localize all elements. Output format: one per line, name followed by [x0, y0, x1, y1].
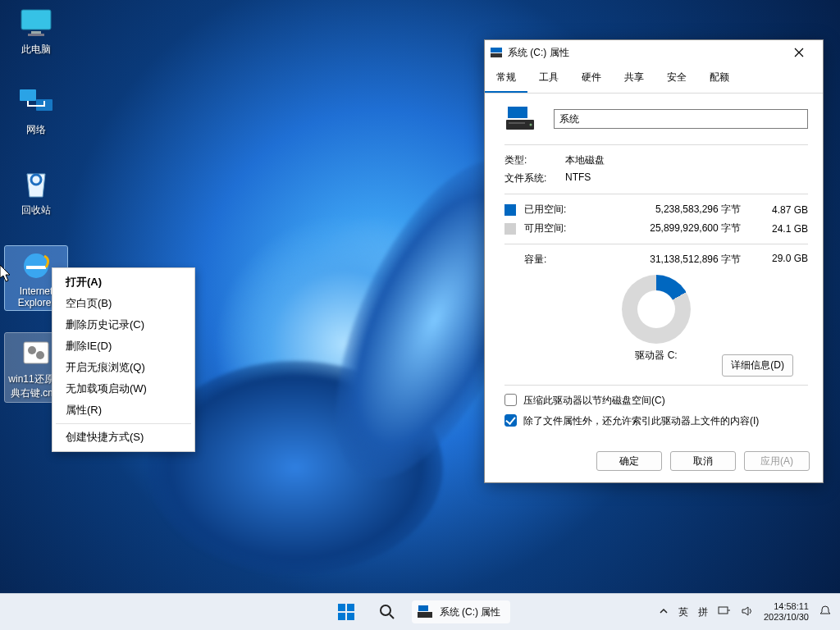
apply-button[interactable]: 应用(A): [744, 451, 810, 471]
svg-point-14: [530, 124, 532, 126]
desktop-icon-label: 回收站: [5, 203, 67, 217]
monitor-icon: [16, 5, 56, 41]
svg-rect-2: [28, 34, 44, 36]
capacity-bytes: 31,138,512,896 字节: [600, 253, 762, 267]
svg-rect-9: [491, 48, 502, 52]
titlebar[interactable]: 系统 (C:) 属性: [485, 40, 823, 65]
ctx-properties[interactable]: 属性(R): [52, 399, 194, 421]
ctx-delete-ie[interactable]: 删除IE(D): [52, 336, 194, 357]
close-button[interactable]: [780, 40, 818, 65]
used-gb: 4.87 GB: [762, 204, 808, 216]
svg-rect-3: [20, 89, 36, 101]
tab-sharing[interactable]: 共享: [613, 65, 655, 93]
ctx-create-shortcut[interactable]: 创建快捷方式(S): [52, 427, 194, 448]
recycle-bin-icon: [16, 166, 56, 202]
svg-point-7: [28, 346, 36, 354]
svg-rect-16: [347, 604, 354, 611]
used-bytes: 5,238,583,296 字节: [600, 203, 762, 217]
drive-large-icon: [504, 105, 542, 133]
svg-point-19: [381, 605, 390, 615]
tab-general[interactable]: 常规: [485, 65, 527, 93]
desktop-icon-label: 此电脑: [5, 43, 67, 57]
ctx-separator: [56, 423, 191, 424]
desktop-icon-network[interactable]: 网络: [5, 85, 67, 137]
drive-label-input[interactable]: [554, 109, 808, 129]
free-label: 可用空间:: [524, 221, 600, 235]
context-menu: 打开(A) 空白页(B) 删除历史记录(C) 删除IE(D) 开启无痕浏览(Q)…: [52, 267, 195, 452]
internet-explorer-icon: [16, 248, 56, 284]
used-label: 已用空间:: [524, 203, 600, 217]
ctx-inprivate[interactable]: 开启无痕浏览(Q): [52, 357, 194, 378]
desktop-icon-label: 网络: [5, 123, 67, 137]
filesystem-label: 文件系统:: [504, 171, 565, 185]
desktop-icon-recycle-bin[interactable]: 回收站: [5, 166, 67, 217]
drive-icon: [490, 46, 503, 59]
window-title: 系统 (C:) 属性: [508, 46, 780, 60]
svg-rect-11: [508, 107, 527, 118]
batch-file-icon: [16, 335, 56, 371]
svg-rect-18: [347, 613, 354, 620]
filesystem-value: NTFS: [565, 171, 591, 185]
svg-rect-15: [338, 604, 345, 611]
ctx-clear-history[interactable]: 删除历史记录(C): [52, 314, 194, 336]
taskbar: 系统 (C:) 属性 英 拼 14:58:11 2023/10/30: [0, 593, 840, 630]
svg-rect-13: [509, 122, 525, 124]
details-button[interactable]: 详细信息(D): [722, 354, 793, 377]
compress-checkbox[interactable]: [504, 394, 517, 406]
ok-button[interactable]: 确定: [596, 451, 662, 471]
svg-rect-20: [418, 605, 428, 611]
search-button[interactable]: [371, 596, 404, 628]
properties-dialog: 系统 (C:) 属性 常规 工具 硬件 共享 安全 配额 类型: 本地磁盘 文件…: [484, 39, 824, 483]
used-swatch: [504, 204, 516, 216]
desktop-icon-this-pc[interactable]: 此电脑: [5, 5, 67, 57]
capacity-label: 容量:: [504, 253, 600, 267]
ctx-open[interactable]: 打开(A): [52, 272, 194, 293]
taskbar-active-window[interactable]: 系统 (C:) 属性: [412, 600, 511, 623]
ctx-no-addons[interactable]: 无加载项启动(W): [52, 378, 194, 399]
ctx-blank-page[interactable]: 空白页(B): [52, 293, 194, 314]
svg-rect-0: [21, 10, 51, 30]
svg-point-8: [36, 351, 44, 359]
taskbar-active-label: 系统 (C:) 属性: [440, 605, 501, 619]
svg-rect-10: [491, 53, 502, 57]
index-checkbox[interactable]: [504, 414, 517, 427]
start-button[interactable]: [330, 596, 363, 628]
tab-tools[interactable]: 工具: [527, 65, 570, 93]
compress-label: 压缩此驱动器以节约磁盘空间(C): [523, 394, 665, 408]
tab-security[interactable]: 安全: [655, 65, 698, 93]
free-swatch: [504, 223, 516, 235]
index-label: 除了文件属性外，还允许索引此驱动器上文件的内容(I): [523, 414, 759, 428]
type-value: 本地磁盘: [565, 153, 605, 167]
free-gb: 24.1 GB: [762, 223, 808, 235]
free-bytes: 25,899,929,600 字节: [600, 221, 762, 235]
cancel-button[interactable]: 取消: [670, 451, 736, 471]
svg-rect-6: [24, 342, 48, 363]
tab-bar: 常规 工具 硬件 共享 安全 配额: [485, 65, 823, 94]
svg-rect-17: [338, 613, 345, 620]
capacity-gb: 29.0 GB: [762, 253, 808, 267]
network-icon: [16, 85, 56, 121]
drive-icon: [417, 604, 433, 620]
svg-rect-1: [31, 31, 41, 34]
tab-quota[interactable]: 配额: [698, 65, 741, 93]
type-label: 类型:: [504, 153, 565, 167]
svg-rect-21: [418, 612, 432, 618]
usage-pie-chart: [622, 275, 691, 344]
tab-hardware[interactable]: 硬件: [570, 65, 613, 93]
